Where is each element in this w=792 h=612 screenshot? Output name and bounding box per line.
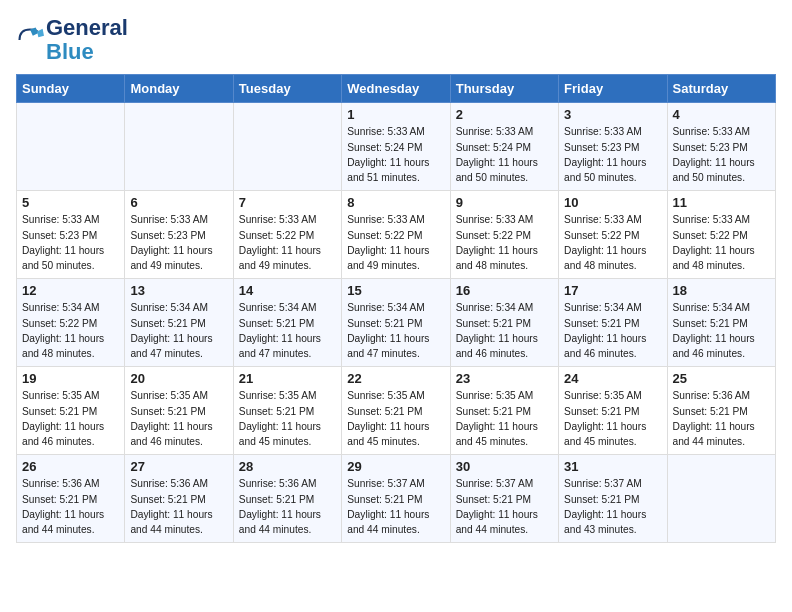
- day-number: 19: [22, 371, 119, 386]
- calendar-cell: [233, 103, 341, 191]
- weekday-header-saturday: Saturday: [667, 75, 775, 103]
- day-info: Sunrise: 5:33 AM Sunset: 5:22 PM Dayligh…: [673, 212, 770, 273]
- day-number: 27: [130, 459, 227, 474]
- day-info: Sunrise: 5:33 AM Sunset: 5:22 PM Dayligh…: [347, 212, 444, 273]
- calendar-cell: 1Sunrise: 5:33 AM Sunset: 5:24 PM Daylig…: [342, 103, 450, 191]
- calendar-cell: 24Sunrise: 5:35 AM Sunset: 5:21 PM Dayli…: [559, 367, 667, 455]
- weekday-header-sunday: Sunday: [17, 75, 125, 103]
- calendar-cell: 8Sunrise: 5:33 AM Sunset: 5:22 PM Daylig…: [342, 191, 450, 279]
- day-number: 8: [347, 195, 444, 210]
- day-info: Sunrise: 5:35 AM Sunset: 5:21 PM Dayligh…: [564, 388, 661, 449]
- day-number: 10: [564, 195, 661, 210]
- calendar-cell: 10Sunrise: 5:33 AM Sunset: 5:22 PM Dayli…: [559, 191, 667, 279]
- calendar-cell: 17Sunrise: 5:34 AM Sunset: 5:21 PM Dayli…: [559, 279, 667, 367]
- day-info: Sunrise: 5:36 AM Sunset: 5:21 PM Dayligh…: [239, 476, 336, 537]
- calendar-cell: 3Sunrise: 5:33 AM Sunset: 5:23 PM Daylig…: [559, 103, 667, 191]
- calendar-cell: 27Sunrise: 5:36 AM Sunset: 5:21 PM Dayli…: [125, 455, 233, 543]
- calendar-cell: 16Sunrise: 5:34 AM Sunset: 5:21 PM Dayli…: [450, 279, 558, 367]
- calendar-header: SundayMondayTuesdayWednesdayThursdayFrid…: [17, 75, 776, 103]
- day-number: 28: [239, 459, 336, 474]
- day-info: Sunrise: 5:35 AM Sunset: 5:21 PM Dayligh…: [130, 388, 227, 449]
- day-number: 29: [347, 459, 444, 474]
- day-number: 22: [347, 371, 444, 386]
- day-number: 11: [673, 195, 770, 210]
- calendar-cell: 2Sunrise: 5:33 AM Sunset: 5:24 PM Daylig…: [450, 103, 558, 191]
- calendar-week-4: 19Sunrise: 5:35 AM Sunset: 5:21 PM Dayli…: [17, 367, 776, 455]
- calendar-cell: 5Sunrise: 5:33 AM Sunset: 5:23 PM Daylig…: [17, 191, 125, 279]
- day-info: Sunrise: 5:33 AM Sunset: 5:23 PM Dayligh…: [22, 212, 119, 273]
- calendar-cell: 11Sunrise: 5:33 AM Sunset: 5:22 PM Dayli…: [667, 191, 775, 279]
- day-number: 1: [347, 107, 444, 122]
- day-number: 17: [564, 283, 661, 298]
- calendar-week-3: 12Sunrise: 5:34 AM Sunset: 5:22 PM Dayli…: [17, 279, 776, 367]
- calendar-table: SundayMondayTuesdayWednesdayThursdayFrid…: [16, 74, 776, 543]
- calendar-cell: 12Sunrise: 5:34 AM Sunset: 5:22 PM Dayli…: [17, 279, 125, 367]
- calendar-cell: 26Sunrise: 5:36 AM Sunset: 5:21 PM Dayli…: [17, 455, 125, 543]
- day-info: Sunrise: 5:33 AM Sunset: 5:23 PM Dayligh…: [673, 124, 770, 185]
- day-number: 2: [456, 107, 553, 122]
- calendar-week-1: 1Sunrise: 5:33 AM Sunset: 5:24 PM Daylig…: [17, 103, 776, 191]
- day-info: Sunrise: 5:36 AM Sunset: 5:21 PM Dayligh…: [673, 388, 770, 449]
- day-info: Sunrise: 5:34 AM Sunset: 5:22 PM Dayligh…: [22, 300, 119, 361]
- day-number: 20: [130, 371, 227, 386]
- day-number: 7: [239, 195, 336, 210]
- day-number: 4: [673, 107, 770, 122]
- day-info: Sunrise: 5:37 AM Sunset: 5:21 PM Dayligh…: [564, 476, 661, 537]
- day-number: 13: [130, 283, 227, 298]
- calendar-cell: 6Sunrise: 5:33 AM Sunset: 5:23 PM Daylig…: [125, 191, 233, 279]
- day-info: Sunrise: 5:33 AM Sunset: 5:23 PM Dayligh…: [130, 212, 227, 273]
- calendar-cell: 9Sunrise: 5:33 AM Sunset: 5:22 PM Daylig…: [450, 191, 558, 279]
- logo: GeneralBlue: [16, 16, 128, 64]
- day-number: 18: [673, 283, 770, 298]
- day-info: Sunrise: 5:34 AM Sunset: 5:21 PM Dayligh…: [673, 300, 770, 361]
- weekday-header-thursday: Thursday: [450, 75, 558, 103]
- page-header: GeneralBlue: [16, 16, 776, 64]
- weekday-header-tuesday: Tuesday: [233, 75, 341, 103]
- day-number: 24: [564, 371, 661, 386]
- calendar-cell: 14Sunrise: 5:34 AM Sunset: 5:21 PM Dayli…: [233, 279, 341, 367]
- calendar-cell: 25Sunrise: 5:36 AM Sunset: 5:21 PM Dayli…: [667, 367, 775, 455]
- day-info: Sunrise: 5:37 AM Sunset: 5:21 PM Dayligh…: [456, 476, 553, 537]
- day-info: Sunrise: 5:36 AM Sunset: 5:21 PM Dayligh…: [130, 476, 227, 537]
- day-info: Sunrise: 5:33 AM Sunset: 5:22 PM Dayligh…: [456, 212, 553, 273]
- day-info: Sunrise: 5:34 AM Sunset: 5:21 PM Dayligh…: [130, 300, 227, 361]
- calendar-cell: 21Sunrise: 5:35 AM Sunset: 5:21 PM Dayli…: [233, 367, 341, 455]
- day-number: 6: [130, 195, 227, 210]
- calendar-cell: 20Sunrise: 5:35 AM Sunset: 5:21 PM Dayli…: [125, 367, 233, 455]
- calendar-cell: 15Sunrise: 5:34 AM Sunset: 5:21 PM Dayli…: [342, 279, 450, 367]
- calendar-cell: [125, 103, 233, 191]
- calendar-cell: 30Sunrise: 5:37 AM Sunset: 5:21 PM Dayli…: [450, 455, 558, 543]
- calendar-cell: [17, 103, 125, 191]
- day-number: 30: [456, 459, 553, 474]
- day-number: 5: [22, 195, 119, 210]
- day-number: 15: [347, 283, 444, 298]
- day-info: Sunrise: 5:33 AM Sunset: 5:24 PM Dayligh…: [456, 124, 553, 185]
- day-number: 16: [456, 283, 553, 298]
- calendar-cell: [667, 455, 775, 543]
- weekday-header-monday: Monday: [125, 75, 233, 103]
- day-info: Sunrise: 5:33 AM Sunset: 5:22 PM Dayligh…: [239, 212, 336, 273]
- calendar-cell: 19Sunrise: 5:35 AM Sunset: 5:21 PM Dayli…: [17, 367, 125, 455]
- day-info: Sunrise: 5:33 AM Sunset: 5:24 PM Dayligh…: [347, 124, 444, 185]
- day-info: Sunrise: 5:37 AM Sunset: 5:21 PM Dayligh…: [347, 476, 444, 537]
- weekday-header-row: SundayMondayTuesdayWednesdayThursdayFrid…: [17, 75, 776, 103]
- day-info: Sunrise: 5:35 AM Sunset: 5:21 PM Dayligh…: [22, 388, 119, 449]
- day-number: 23: [456, 371, 553, 386]
- calendar-cell: 13Sunrise: 5:34 AM Sunset: 5:21 PM Dayli…: [125, 279, 233, 367]
- logo-blue-text: Blue: [46, 39, 94, 64]
- day-info: Sunrise: 5:33 AM Sunset: 5:23 PM Dayligh…: [564, 124, 661, 185]
- day-info: Sunrise: 5:35 AM Sunset: 5:21 PM Dayligh…: [239, 388, 336, 449]
- day-info: Sunrise: 5:34 AM Sunset: 5:21 PM Dayligh…: [239, 300, 336, 361]
- weekday-header-wednesday: Wednesday: [342, 75, 450, 103]
- day-info: Sunrise: 5:33 AM Sunset: 5:22 PM Dayligh…: [564, 212, 661, 273]
- calendar-cell: 29Sunrise: 5:37 AM Sunset: 5:21 PM Dayli…: [342, 455, 450, 543]
- day-info: Sunrise: 5:34 AM Sunset: 5:21 PM Dayligh…: [564, 300, 661, 361]
- calendar-cell: 4Sunrise: 5:33 AM Sunset: 5:23 PM Daylig…: [667, 103, 775, 191]
- calendar-cell: 18Sunrise: 5:34 AM Sunset: 5:21 PM Dayli…: [667, 279, 775, 367]
- day-number: 9: [456, 195, 553, 210]
- day-number: 26: [22, 459, 119, 474]
- day-number: 31: [564, 459, 661, 474]
- calendar-cell: 22Sunrise: 5:35 AM Sunset: 5:21 PM Dayli…: [342, 367, 450, 455]
- day-number: 21: [239, 371, 336, 386]
- calendar-cell: 31Sunrise: 5:37 AM Sunset: 5:21 PM Dayli…: [559, 455, 667, 543]
